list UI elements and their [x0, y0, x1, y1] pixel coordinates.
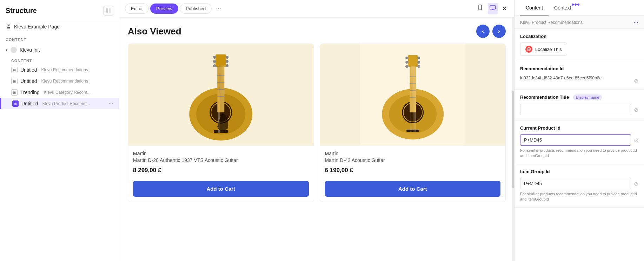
recommendation-title-content — [520, 104, 631, 115]
recommendation-id-value: k-032de34f-d832-49a7-a6ed-85cee5f90b6e — [520, 75, 631, 81]
recommendation-title-field: Recommendation Title Display name ⊘ — [514, 90, 644, 120]
right-panel-tabs: Content Context — [514, 0, 644, 16]
left-panel: Structure 🖥 Klevu Example Page CONTENT ▾… — [0, 0, 119, 261]
product-info-2: Martin Martin D-42 Acoustic Guitar 6 199… — [320, 146, 506, 177]
structure-title: Structure — [6, 7, 37, 15]
link-icon-3[interactable]: ⊘ — [634, 134, 638, 144]
page-item[interactable]: 🖥 Klevu Example Page — [0, 20, 119, 33]
localize-this-button[interactable]: Localize This — [520, 43, 567, 56]
right-panel: Content Context Klevu Product Recommenda… — [514, 0, 644, 261]
editor-button[interactable]: Editor — [125, 4, 149, 14]
desktop-view-button[interactable] — [488, 3, 498, 14]
item-sublabel-3: Klevu Category Recom... — [44, 90, 91, 95]
svg-rect-17 — [215, 54, 226, 67]
prev-arrow-button[interactable]: ‹ — [476, 25, 490, 38]
close-button[interactable]: ✕ — [500, 4, 509, 14]
svg-point-46 — [417, 61, 420, 64]
link-icon-1[interactable]: ⊘ — [634, 75, 638, 84]
klevu-init-icon — [11, 47, 17, 53]
also-viewed-header: Also Viewed ‹ › — [128, 25, 506, 38]
product-name-2: Martin D-42 Acoustic Guitar — [325, 157, 501, 164]
item-group-id-field: Item Group Id ⊘ For similiar products re… — [514, 164, 644, 208]
dot-2 — [575, 4, 577, 6]
product-name-1: Martin D-28 Authentic 1937 VTS Acoustic … — [133, 157, 309, 164]
item-group-id-content — [520, 178, 631, 189]
svg-point-19 — [213, 60, 216, 63]
svg-point-45 — [417, 57, 420, 59]
current-product-id-help: For similiar products recommendation you… — [520, 148, 638, 159]
scrollbar-thumb[interactable] — [512, 91, 514, 188]
product-card-2: Martin Martin D-42 Acoustic Guitar 6 199… — [320, 44, 506, 202]
svg-point-44 — [405, 65, 408, 68]
svg-rect-1 — [109, 8, 111, 13]
svg-point-42 — [405, 57, 408, 59]
nav-arrows: ‹ › — [476, 25, 506, 38]
product-price-2: 6 199,00 £ — [325, 167, 501, 174]
item-group-id-help: For similiar products recommendation you… — [520, 191, 638, 202]
klevu-init-label: Klevu Init — [20, 47, 40, 53]
guitar-image-1 — [128, 44, 314, 146]
product-info-1: Martin Martin D-28 Authentic 1937 VTS Ac… — [128, 146, 314, 177]
trending-item[interactable]: ⊞ Trending Klevu Category Recom... — [0, 87, 119, 98]
preview-button[interactable]: Preview — [150, 4, 178, 14]
svg-point-21 — [226, 56, 228, 59]
products-grid: Martin Martin D-28 Authentic 1937 VTS Ac… — [128, 44, 506, 202]
item-icon-1: ⊞ — [11, 67, 18, 73]
svg-point-47 — [417, 65, 420, 68]
sub-content-label: CONTENT — [0, 56, 119, 64]
localize-this-label: Localize This — [535, 47, 562, 52]
dot-1 — [572, 4, 574, 6]
item-group-id-input[interactable] — [520, 178, 631, 189]
svg-point-20 — [213, 64, 216, 67]
svg-point-23 — [226, 64, 228, 67]
left-panel-header: Structure — [0, 0, 119, 20]
current-product-id-label: Current Product Id — [520, 125, 638, 131]
product-card-1: Martin Martin D-28 Authentic 1937 VTS Ac… — [128, 44, 314, 202]
center-toolbar: Editor Preview Published ··· ✕ — [119, 0, 514, 18]
current-product-id-content — [520, 134, 631, 146]
recommendation-title-label: Recommendation Title — [520, 94, 569, 100]
klevu-init-item[interactable]: ▾ Klevu Init — [0, 44, 119, 56]
svg-point-43 — [405, 61, 408, 64]
add-to-cart-2[interactable]: Add to Cart — [325, 181, 501, 197]
next-arrow-button[interactable]: › — [492, 25, 506, 38]
untitled-recommendations-1[interactable]: ⊞ Untitled Klevu Recommendations — [0, 64, 119, 76]
also-viewed-title: Also Viewed — [128, 26, 181, 37]
recommendation-id-field: Recommendation Id k-032de34f-d832-49a7-a… — [514, 61, 644, 90]
recommendation-title-row: ⊘ — [520, 104, 638, 115]
item-label-4: Untitled — [21, 101, 38, 106]
item-label-1: Untitled — [20, 67, 37, 73]
toolbar-right: ✕ — [475, 3, 509, 14]
item-icon-3: ⊞ — [11, 89, 18, 96]
item-label-2: Untitled — [20, 78, 37, 84]
untitled-product-recomm[interactable]: ⊞ Untitled Klevu Product Recomm... ··· — [0, 98, 119, 109]
section-more-button[interactable]: ··· — [634, 19, 638, 26]
right-panel-content: Klevu Product Recommendations ··· Locali… — [514, 16, 644, 261]
globe-icon — [525, 46, 532, 53]
item-group-id-row: ⊘ — [520, 178, 638, 189]
display-name-badge: Display name — [573, 94, 602, 100]
item-group-id-label: Item Group Id — [520, 169, 638, 174]
link-icon-2[interactable]: ⊘ — [634, 104, 638, 113]
recommendation-id-row: k-032de34f-d832-49a7-a6ed-85cee5f90b6e ⊘ — [520, 75, 638, 84]
recommendation-id-label: Recommendation Id — [520, 66, 638, 71]
product-image-2 — [320, 44, 506, 146]
recommendation-title-input[interactable] — [520, 104, 631, 115]
tab-content[interactable]: Content — [520, 0, 549, 15]
current-product-id-row: ⊘ — [520, 134, 638, 146]
published-button[interactable]: Published — [180, 4, 212, 14]
toolbar-more-button[interactable]: ··· — [213, 5, 224, 12]
link-icon-4[interactable]: ⊘ — [634, 178, 638, 187]
item-sublabel-4: Klevu Product Recomm... — [42, 101, 90, 106]
current-product-id-input[interactable] — [520, 134, 631, 146]
untitled-recommendations-2[interactable]: ⊞ Untitled Klevu Recommendations — [0, 76, 119, 87]
mobile-view-button[interactable] — [475, 3, 485, 14]
center-panel: Editor Preview Published ··· ✕ — [119, 0, 514, 261]
mobile-icon — [477, 4, 484, 11]
more-options-button[interactable]: ··· — [109, 100, 113, 107]
add-to-cart-1[interactable]: Add to Cart — [133, 181, 309, 197]
svg-point-3 — [480, 9, 480, 10]
section-header-label: Klevu Product Recommendations — [520, 20, 583, 25]
toggle-panel-button[interactable] — [104, 6, 113, 15]
tab-context[interactable]: Context — [549, 0, 577, 15]
